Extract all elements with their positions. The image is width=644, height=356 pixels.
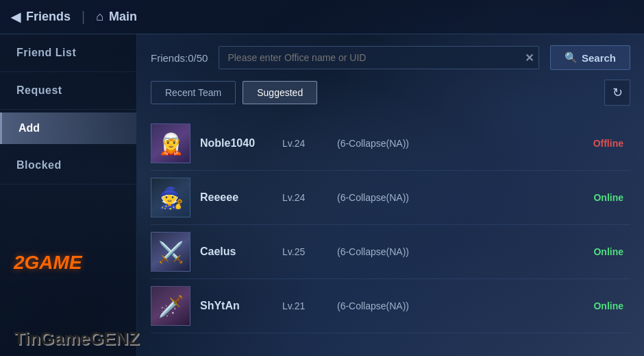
brand-2game: 2GAME [14,252,82,274]
sidebar-item-request[interactable]: Request [0,72,136,110]
player-row[interactable]: 🧙 Reeeee Lv.24 (6-Collapse(NA)) Online [151,171,630,225]
search-label: Search [582,52,616,64]
sidebar-item-friend-list[interactable]: Friend List [0,34,136,72]
friends-count: Friends:0/50 [151,52,208,64]
player-info: Caelus Lv.25 (6-Collapse(NA)) Online [200,246,630,258]
friends-label: Friends [26,10,71,24]
refresh-icon: ↻ [612,85,623,100]
player-avatar: ⚔️ [151,232,190,272]
main-content: Friends:0/50 ✕ 🔍 Search Recent Team Sugg… [137,34,644,356]
search-button[interactable]: 🔍 Search [550,45,630,70]
search-input-wrap: ✕ [219,46,539,69]
player-avatar: 🧙 [151,178,190,217]
player-status: Offline [575,138,630,149]
nav-divider: | [82,9,85,25]
home-icon: ⌂ [96,10,103,24]
player-avatar: 🗡️ [151,286,190,326]
player-row[interactable]: ⚔️ Caelus Lv.25 (6-Collapse(NA)) Online [151,225,630,279]
refresh-button[interactable]: ↻ [604,80,630,106]
player-level: Lv.21 [282,300,323,311]
sidebar-item-add[interactable]: Add [0,112,136,144]
friends-header: Friends:0/50 ✕ 🔍 Search [151,45,630,70]
player-status: Online [575,246,630,257]
tab-row: Recent Team Suggested ↻ [151,80,630,106]
search-input[interactable] [219,46,539,69]
player-status: Online [575,300,630,311]
player-status: Online [575,192,630,203]
avatar-face: 🧙 [151,178,190,217]
tab-recent-team[interactable]: Recent Team [151,81,236,104]
player-guild: (6-Collapse(NA)) [337,246,562,257]
player-info: Noble1040 Lv.24 (6-Collapse(NA)) Offline [200,137,630,150]
clear-button[interactable]: ✕ [525,51,534,64]
brand-tingame: TinGameGENZ [14,328,139,349]
player-guild: (6-Collapse(NA)) [337,192,562,203]
player-name: ShYtAn [200,300,269,312]
main-label: Main [109,10,137,24]
player-name: Caelus [200,246,269,258]
player-list: 🧝 Noble1040 Lv.24 (6-Collapse(NA)) Offli… [151,117,630,333]
tab-suggested[interactable]: Suggested [243,81,317,104]
avatar-face: 🗡️ [151,287,190,325]
player-level: Lv.25 [282,246,323,257]
player-avatar: 🧝 [151,123,190,163]
player-name: Noble1040 [200,137,269,150]
avatar-face: 🧝 [151,124,190,163]
player-row[interactable]: 🗡️ ShYtAn Lv.21 (6-Collapse(NA)) Online [151,279,630,333]
back-button[interactable]: ◀ Friends [11,10,71,25]
back-icon: ◀ [11,10,21,25]
sidebar: Friend List Request Add Blocked [0,34,137,356]
player-level: Lv.24 [282,138,323,149]
player-guild: (6-Collapse(NA)) [337,300,562,311]
sidebar-item-blocked[interactable]: Blocked [0,147,136,185]
avatar-face: ⚔️ [151,233,190,271]
player-row[interactable]: 🧝 Noble1040 Lv.24 (6-Collapse(NA)) Offli… [151,117,630,171]
search-icon: 🔍 [565,51,578,64]
player-info: ShYtAn Lv.21 (6-Collapse(NA)) Online [200,300,630,312]
main-button[interactable]: ⌂ Main [96,10,137,24]
top-navigation: ◀ Friends | ⌂ Main [0,0,644,34]
player-level: Lv.24 [282,192,323,203]
player-guild: (6-Collapse(NA)) [337,138,562,149]
player-info: Reeeee Lv.24 (6-Collapse(NA)) Online [200,191,630,204]
player-name: Reeeee [200,191,269,204]
